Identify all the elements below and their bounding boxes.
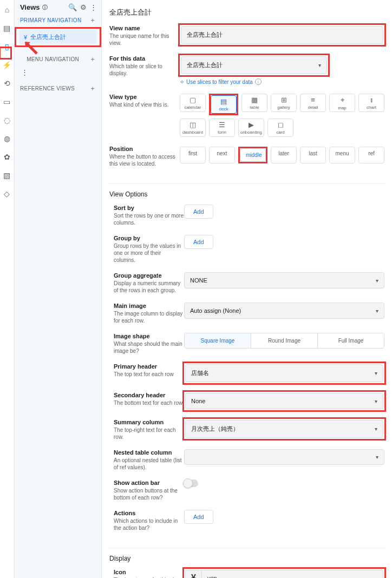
summary-column-select[interactable]: 月次売上（純売）▾ xyxy=(185,420,383,438)
tile-onboarding[interactable]: ▶onboarding xyxy=(238,119,264,137)
group-aggregate-select[interactable]: NONE▾ xyxy=(184,272,384,288)
nav-section-reference[interactable]: REFERENCE VIEWS ＋ xyxy=(15,82,101,95)
main-image-select[interactable]: Auto assign (None)▾ xyxy=(184,303,384,319)
section-display: Display xyxy=(109,548,384,562)
seg-full[interactable]: Full Image xyxy=(317,333,384,348)
slices-link-icon: ✧ xyxy=(180,79,184,85)
settings-icon[interactable]: ⚙ xyxy=(80,3,87,11)
tile-dashboard[interactable]: ◫dashboard xyxy=(180,119,206,137)
label-sort-by: Sort by xyxy=(114,205,184,211)
icon-preview: ¥ xyxy=(185,570,201,578)
rail-home-icon[interactable]: ⌂ xyxy=(3,5,11,14)
highlight-nav-item: ¥ 全店売上合計 xyxy=(15,27,101,47)
add-reference-icon[interactable]: ＋ xyxy=(89,84,96,93)
rail-bolt-icon[interactable]: ⚡ xyxy=(3,61,11,69)
pos-last[interactable]: last xyxy=(300,147,326,163)
desc-group-by: Group rows by the values in one or more … xyxy=(114,242,184,264)
main-column: 全店売上合計 View name The unique name for thi… xyxy=(102,0,392,578)
view-name-input[interactable]: 全店売上合計 xyxy=(181,26,383,44)
sort-by-add-button[interactable]: Add xyxy=(184,205,213,219)
desc-position: Where the button to access this view is … xyxy=(109,153,180,167)
rail-automation-icon[interactable]: ⟲ xyxy=(3,79,11,88)
rail-settings-icon[interactable]: ✿ xyxy=(3,153,11,161)
yen-icon: ¥ xyxy=(24,34,27,41)
menu-more-icon[interactable]: ⋮ xyxy=(21,68,95,76)
chevron-down-icon: ▾ xyxy=(318,62,321,68)
chevron-down-icon: ▾ xyxy=(376,278,378,284)
label-view-name: View name xyxy=(109,25,180,31)
label-icon: Icon xyxy=(114,569,184,575)
desc-sort-by: Sort the rows by one or more columns. xyxy=(114,212,184,226)
actions-add-button[interactable]: Add xyxy=(184,510,213,524)
label-group-aggregate: Group aggregate xyxy=(114,272,184,279)
pos-middle[interactable]: middle xyxy=(240,148,266,162)
add-primary-icon[interactable]: ＋ xyxy=(89,16,96,25)
label-main-image: Main image xyxy=(114,303,184,309)
rail-education-icon[interactable]: ◇ xyxy=(3,189,11,198)
desc-primary-header: The top text for each row xyxy=(114,371,184,378)
seg-round[interactable]: Round Image xyxy=(251,333,317,348)
label-for-data: For this data xyxy=(109,55,180,62)
desc-group-aggregate: Display a numeric summary of the rows in… xyxy=(114,280,184,294)
tile-detail[interactable]: ≡detail xyxy=(300,94,326,112)
views-panel-title: Views ⓘ xyxy=(20,3,48,11)
desc-view-name: The unique name for this view. xyxy=(109,32,180,47)
for-data-select[interactable]: 全店売上合計 ▾ xyxy=(181,56,327,74)
chevron-down-icon: ▾ xyxy=(375,426,377,432)
tile-deck[interactable]: ▤deck xyxy=(211,95,237,114)
label-primary-header: Primary header xyxy=(114,363,184,370)
section-view-options: View Options xyxy=(109,183,384,198)
label-actions: Actions xyxy=(114,510,184,516)
tile-card[interactable]: ◻card xyxy=(267,119,293,137)
pos-next[interactable]: next xyxy=(209,147,235,163)
desc-nested: An optional nested table (list of ref va… xyxy=(114,457,184,471)
desc-view-type: What kind of view this is. xyxy=(109,101,180,108)
label-view-type: View type xyxy=(109,94,180,100)
help-icon[interactable]: ⓘ xyxy=(42,4,48,11)
tile-form[interactable]: ☰form xyxy=(209,119,235,137)
icon-search-input[interactable]: yen xyxy=(201,570,383,578)
pos-ref[interactable]: ref xyxy=(358,147,384,163)
pos-later[interactable]: later xyxy=(271,147,297,163)
pos-menu[interactable]: menu xyxy=(329,147,355,163)
rail-globe-icon[interactable]: ◍ xyxy=(3,134,11,143)
highlight-arrow xyxy=(24,41,38,55)
tile-chart[interactable]: ⫾chart xyxy=(358,94,384,112)
search-icon[interactable]: 🔍 xyxy=(68,3,77,11)
image-shape-segment: Square Image Round Image Full Image xyxy=(184,333,384,349)
chevron-down-icon: ▾ xyxy=(375,398,377,404)
chevron-down-icon: ▾ xyxy=(376,308,378,314)
rail-info-icon[interactable]: ▭ xyxy=(3,97,11,106)
tile-map[interactable]: ⌖map xyxy=(329,94,355,112)
info-icon[interactable]: i xyxy=(255,78,262,85)
label-secondary-header: Secondary header xyxy=(114,392,184,398)
chevron-down-icon: ▾ xyxy=(376,454,378,460)
seg-square[interactable]: Square Image xyxy=(185,333,251,348)
desc-image-shape: What shape should the main image be? xyxy=(114,340,184,354)
secondary-header-select[interactable]: None▾ xyxy=(185,393,383,409)
nested-select[interactable]: ▾ xyxy=(184,449,384,465)
nav-section-primary[interactable]: PRIMARY NAVIGATION ＋ xyxy=(15,14,101,27)
tile-gallery[interactable]: ⊞gallery xyxy=(271,94,297,112)
highlight-rail xyxy=(0,47,12,60)
label-image-shape: Image shape xyxy=(114,333,184,339)
pos-first[interactable]: first xyxy=(180,147,206,163)
tile-calendar[interactable]: ▢calendar xyxy=(180,94,206,112)
tile-table[interactable]: ▦table xyxy=(241,94,267,112)
desc-show-action: Show action buttons at the bottom of eac… xyxy=(114,487,184,501)
label-show-action: Show action bar xyxy=(114,480,184,486)
views-panel: Views ⓘ 🔍 ⚙ ⋮ PRIMARY NAVIGATION ＋ ¥ 全店売… xyxy=(15,0,102,578)
show-action-toggle[interactable] xyxy=(184,480,198,487)
add-menu-icon[interactable]: ＋ xyxy=(89,55,96,64)
rail-bulb-icon[interactable]: ◌ xyxy=(3,116,11,124)
label-summary-column: Summary column xyxy=(114,419,184,425)
group-by-add-button[interactable]: Add xyxy=(184,235,213,249)
rail-monitor-icon[interactable]: ▧ xyxy=(3,171,11,180)
slices-link[interactable]: Use slices to filter your data xyxy=(186,79,253,85)
page-title: 全店売上合計 xyxy=(109,5,384,25)
rail-data-icon[interactable]: ▤ xyxy=(3,24,11,32)
primary-header-select[interactable]: 店舗名▾ xyxy=(185,364,383,382)
more-icon[interactable]: ⋮ xyxy=(90,3,97,11)
desc-actions: Which actions to include in the action b… xyxy=(114,517,184,531)
desc-main-image: The image column to display for each row… xyxy=(114,310,184,324)
